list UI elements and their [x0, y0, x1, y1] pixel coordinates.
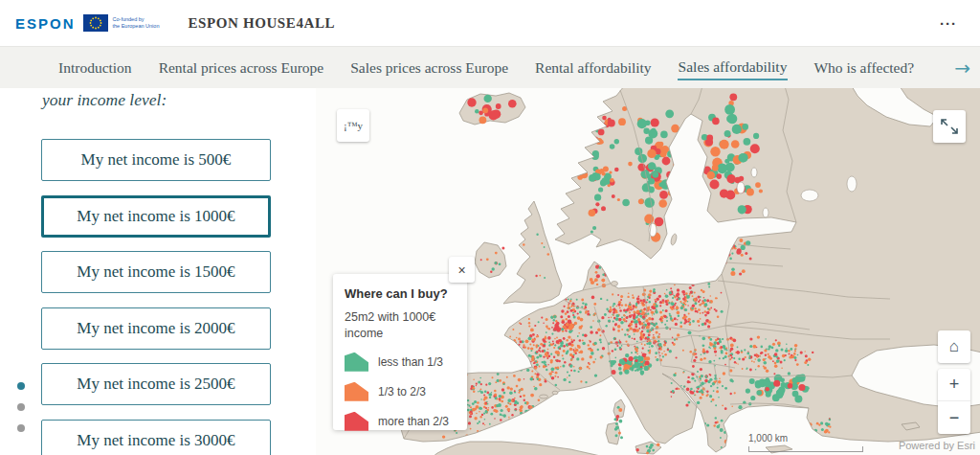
- legend-title: Where can I buy?: [345, 286, 456, 301]
- map-home-button[interactable]: ⌂: [938, 330, 970, 363]
- map-zoom-control: + −: [938, 369, 970, 434]
- tab-who-is-affected[interactable]: Who is affected?: [813, 57, 915, 80]
- legend-toggle-button[interactable]: ¡™y: [337, 109, 369, 142]
- income-500-button[interactable]: My net income is 500€: [41, 139, 271, 181]
- progress-dot[interactable]: [17, 403, 25, 411]
- europe-affordability-map[interactable]: ¡™y Where can I buy? 25m2 with 1000€ inc…: [316, 88, 980, 455]
- legend-swatch-orange: [345, 382, 368, 401]
- income-2500-button[interactable]: My net income is 2500€: [41, 363, 271, 405]
- map-scale-label: 1,000 km: [748, 433, 788, 444]
- section-progress-dots: [17, 382, 25, 445]
- map-scale-bar: [748, 446, 863, 452]
- fullscreen-expand-button[interactable]: [933, 110, 966, 143]
- legend-item: 1/3 to 2/3: [345, 382, 456, 401]
- section-nav: Introduction Rental prices across Europe…: [0, 46, 980, 88]
- esri-attribution: Powered by Esri: [899, 440, 975, 451]
- tab-introduction[interactable]: Introduction: [57, 57, 133, 80]
- espon-logo: ESPON: [15, 15, 76, 32]
- eu-cofunded-caption: Co-funded by the European Union: [113, 16, 166, 29]
- app-header: ESPON Co-funded by the European Union ES…: [0, 0, 980, 46]
- nav-next-arrow-icon[interactable]: →: [954, 57, 970, 80]
- expand-arrows-icon: [933, 110, 966, 143]
- tab-rental-prices[interactable]: Rental prices across Europe: [158, 57, 325, 80]
- progress-dot[interactable]: [17, 382, 25, 390]
- legend-item: more than 2/3: [345, 412, 456, 431]
- legend-swatch-red: [345, 412, 368, 431]
- legend-swatch-teal: [345, 353, 368, 372]
- income-2000-button[interactable]: My net income is 2000€: [41, 307, 271, 350]
- page-title: ESPON HOUSE4ALL: [189, 15, 336, 32]
- income-sidebar: your income level: My net income is 500€…: [0, 88, 316, 455]
- income-lead-text: your income level:: [42, 90, 167, 110]
- zoom-out-button[interactable]: −: [938, 401, 970, 434]
- income-button-column: My net income is 500€ My net income is 1…: [41, 139, 271, 455]
- legend-close-button[interactable]: ×: [449, 257, 475, 283]
- eu-flag-icon: [83, 14, 108, 32]
- income-1500-button[interactable]: My net income is 1500€: [41, 251, 271, 293]
- zoom-in-button[interactable]: +: [938, 369, 970, 401]
- income-3000-button[interactable]: My net income is 3000€: [41, 420, 271, 455]
- income-1000-button[interactable]: My net income is 1000€: [41, 195, 271, 238]
- tab-sales-prices[interactable]: Sales prices across Europe: [349, 57, 509, 80]
- progress-dot[interactable]: [17, 424, 25, 432]
- tab-rental-affordability[interactable]: Rental affordability: [534, 57, 653, 80]
- legend-subtitle: 25m2 with 1000€ income: [345, 309, 440, 342]
- legend-item: less than 1/3: [345, 353, 456, 372]
- tab-sales-affordability[interactable]: Sales affordability: [678, 56, 789, 80]
- legend-popup: Where can I buy? 25m2 with 1000€ income …: [333, 274, 467, 430]
- overflow-menu-icon[interactable]: ···: [940, 15, 957, 32]
